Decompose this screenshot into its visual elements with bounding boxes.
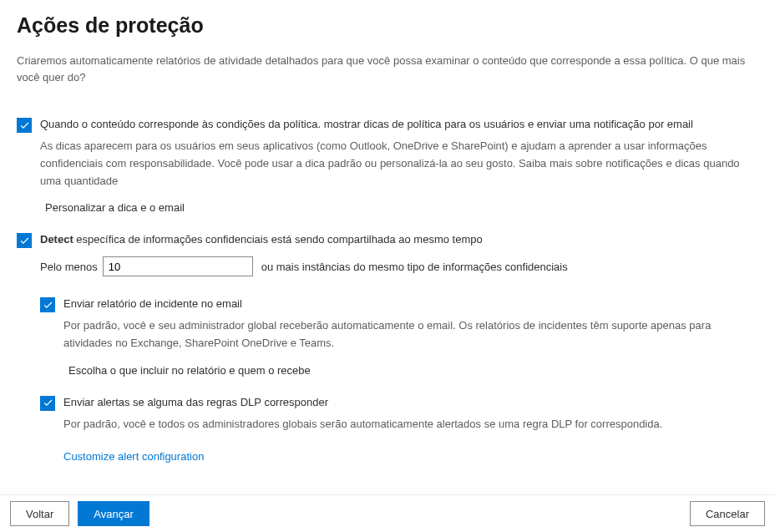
atleast-prefix: Pelo menos: [40, 261, 98, 273]
instance-count-input[interactable]: [103, 256, 253, 276]
label-policy-tips: Quando o conteúdo corresponde às condiçõ…: [40, 117, 693, 132]
checkbox-detect[interactable]: [17, 233, 32, 248]
cancel-button[interactable]: Cancelar: [690, 501, 765, 526]
label-incident-report: Enviar relatório de incidente no email: [63, 296, 242, 312]
checkbox-policy-tips[interactable]: [17, 118, 32, 133]
label-detect: Detect específica de informações confide…: [40, 232, 483, 247]
back-button[interactable]: Voltar: [10, 501, 69, 526]
checkbox-send-alerts[interactable]: [40, 396, 55, 411]
link-report-config[interactable]: Escolha o que incluir no relatório e que…: [68, 364, 758, 377]
label-detect-bold: Detect: [40, 233, 73, 246]
footer-bar: Voltar Avançar Cancelar: [0, 494, 775, 532]
checkmark-icon: [43, 300, 53, 311]
desc-policy-tips: As dicas aparecem para os usuários em se…: [40, 138, 758, 190]
page-title: Ações de proteção: [17, 13, 758, 38]
checkmark-icon: [43, 398, 53, 408]
checkmark-icon: [19, 120, 30, 131]
checkbox-incident-report[interactable]: [40, 297, 55, 312]
link-customize-alert[interactable]: Customize alert configuration: [63, 450, 758, 463]
label-send-alerts: Enviar alertas se alguma das regras DLP …: [63, 395, 328, 410]
page-description: Criaremos automaticamente relatórios de …: [17, 53, 758, 85]
label-detect-rest: específica de informações confidenciais …: [73, 233, 483, 246]
checkmark-icon: [19, 236, 30, 246]
link-customize-tip[interactable]: Personalizar a dica e o email: [45, 201, 758, 214]
atleast-suffix: ou mais instâncias do mesmo tipo de info…: [261, 261, 568, 273]
next-button[interactable]: Avançar: [78, 501, 149, 526]
desc-incident-report: Por padrão, você e seu administrador glo…: [63, 317, 758, 352]
desc-send-alerts: Por padrão, você e todos os administrado…: [63, 416, 758, 433]
